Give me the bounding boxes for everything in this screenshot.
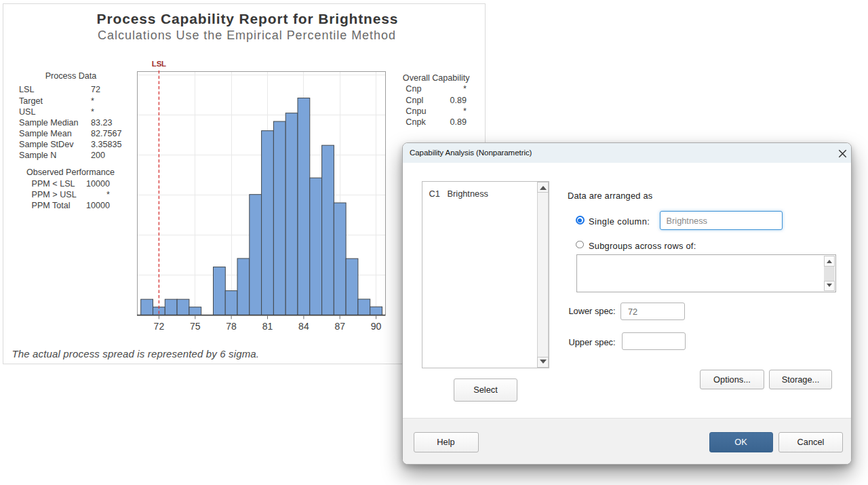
svg-text:*: *	[463, 106, 467, 116]
svg-text:Calculations Use the Empirical: Calculations Use the Empirical Percentil…	[98, 28, 396, 42]
svg-text:0.89: 0.89	[450, 117, 467, 127]
svg-text:200: 200	[91, 151, 105, 160]
svg-text:Cnp: Cnp	[406, 84, 421, 94]
svg-text:10000: 10000	[86, 179, 110, 189]
svg-text:*: *	[463, 84, 467, 94]
svg-text:Target: Target	[19, 96, 43, 106]
svg-text:87: 87	[334, 321, 345, 332]
svg-text:Cnpu: Cnpu	[406, 106, 426, 116]
svg-text:PPM Total: PPM Total	[32, 201, 71, 210]
svg-text:*: *	[91, 107, 94, 117]
svg-text:78: 78	[226, 321, 237, 332]
svg-text:83.23: 83.23	[91, 118, 113, 128]
svg-text:3.35835: 3.35835	[91, 140, 122, 149]
svg-text:Overall Capability: Overall Capability	[403, 73, 470, 83]
svg-text:90: 90	[371, 321, 382, 332]
svg-text:Sample N: Sample N	[19, 151, 56, 160]
svg-text:Cnpl: Cnpl	[406, 96, 423, 105]
svg-text:75: 75	[190, 321, 201, 332]
svg-text:*: *	[91, 96, 94, 106]
svg-text:0.89: 0.89	[450, 96, 467, 105]
svg-text:72: 72	[154, 321, 165, 332]
svg-text:USL: USL	[19, 107, 36, 117]
svg-text:PPM > USL: PPM > USL	[32, 190, 77, 199]
svg-text:10000: 10000	[86, 201, 110, 210]
svg-text:Sample Mean: Sample Mean	[19, 129, 72, 138]
svg-text:PPM < LSL: PPM < LSL	[32, 179, 75, 189]
svg-text:Cnpk: Cnpk	[406, 117, 426, 127]
svg-text:82.7567: 82.7567	[91, 129, 122, 138]
svg-text:72: 72	[91, 85, 100, 94]
svg-text:84: 84	[298, 321, 309, 332]
svg-text:81: 81	[262, 321, 273, 332]
svg-text:LSL: LSL	[19, 85, 34, 94]
svg-text:Observed Performance: Observed Performance	[26, 168, 115, 177]
svg-text:Sample Median: Sample Median	[19, 118, 79, 128]
svg-text:Process Capability Report for: Process Capability Report for Brightness	[97, 11, 399, 26]
svg-text:LSL: LSL	[152, 60, 166, 68]
svg-text:Sample StDev: Sample StDev	[19, 140, 74, 149]
svg-text:Process Data: Process Data	[45, 71, 97, 81]
svg-text:The actual process spread is r: The actual process spread is represented…	[12, 348, 260, 360]
svg-text:*: *	[106, 190, 110, 199]
